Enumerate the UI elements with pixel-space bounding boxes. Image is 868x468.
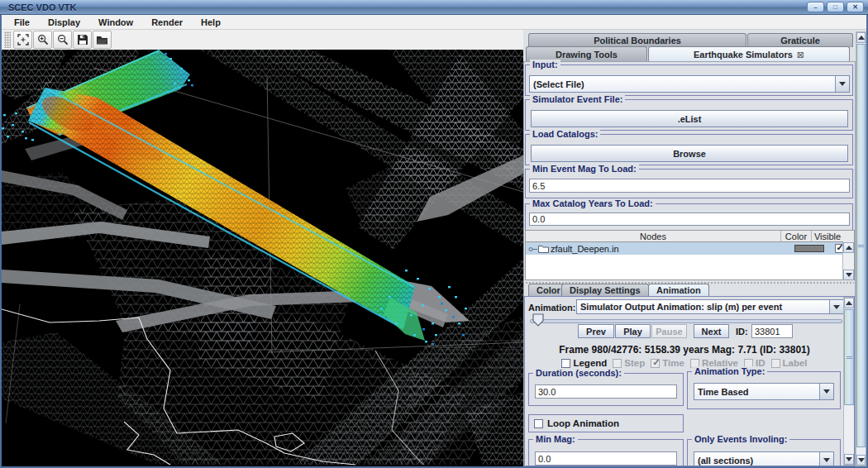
zoom-in-button[interactable]: [33, 31, 52, 49]
animation-type-select[interactable]: Simulator Output Animation: slip (m) per…: [576, 299, 844, 314]
step-checkbox[interactable]: [613, 359, 622, 368]
chevron-down-icon[interactable]: [819, 452, 833, 466]
table-row[interactable]: zfault_Deepen.in: [526, 242, 854, 255]
tab-label: Political Boundaries: [594, 36, 681, 45]
chevron-down-icon[interactable]: [829, 300, 843, 313]
pause-button[interactable]: Pause: [651, 324, 687, 338]
menu-display[interactable]: Display: [39, 15, 89, 29]
node-color-cell[interactable]: [794, 245, 824, 252]
min-mag-group: Min Mag: 0.0: [528, 439, 684, 466]
scroll-down-icon[interactable]: [843, 270, 854, 280]
node-name: zfault_Deepen.in: [551, 244, 794, 254]
tab-display-settings[interactable]: Display Settings: [561, 284, 649, 296]
window-title: SCEC VDO VTK: [8, 2, 77, 12]
input-group-title: Input:: [530, 60, 560, 70]
timeline-slider-handle[interactable]: [532, 313, 544, 330]
scroll-up-icon[interactable]: [856, 32, 866, 43]
tab-earthquake-simulators[interactable]: Earthquake Simulators ⊠: [648, 46, 850, 62]
duration-group-title: Duration (seconds):: [533, 368, 624, 379]
label-checkbox-item[interactable]: Label: [771, 358, 808, 368]
max-catalog-years-field[interactable]: 0.0: [529, 213, 850, 226]
panel-scrollbar[interactable]: [856, 31, 866, 466]
max-catalog-years-group: Max Catalog Years To Load: 0.0: [525, 203, 853, 232]
menu-window[interactable]: Window: [89, 15, 142, 29]
prev-button[interactable]: Prev: [578, 324, 614, 338]
scroll-up-icon[interactable]: [844, 298, 854, 308]
tab-label: Earthquake Simulators: [694, 50, 793, 60]
only-events-group: Only Events Involing: (all sections): [687, 439, 841, 466]
elist-button[interactable]: .eList: [531, 110, 848, 127]
only-events-value: (all sections): [694, 452, 819, 466]
toolbar: [2, 30, 523, 50]
menu-help[interactable]: Help: [192, 15, 230, 29]
save-button[interactable]: [73, 31, 92, 49]
scroll-down-icon[interactable]: [844, 454, 854, 465]
column-header-visible[interactable]: Visible: [812, 231, 843, 242]
scroll-up-icon[interactable]: [843, 242, 854, 253]
column-header-color[interactable]: Color: [781, 231, 812, 242]
next-button[interactable]: Next: [694, 324, 729, 338]
open-folder-button[interactable]: [93, 31, 112, 49]
browse-button[interactable]: Browse: [531, 145, 848, 162]
reset-view-button[interactable]: [13, 31, 32, 49]
animation-type-combo[interactable]: Time Based: [694, 383, 834, 400]
3d-viewport[interactable]: [2, 50, 523, 466]
loop-animation-box[interactable]: Loop Animation: [528, 414, 684, 432]
event-file-group: Simulator Event File: .eList: [525, 99, 853, 131]
checkbox-label: Legend: [573, 358, 607, 368]
max-catalog-years-title: Max Catalog Years To Load:: [530, 198, 656, 209]
scroll-down-icon[interactable]: [856, 455, 866, 466]
menu-file[interactable]: File: [5, 15, 39, 29]
animation-panel: Animation: Simulator Output Animation: s…: [524, 296, 855, 466]
maximize-button[interactable]: □: [827, 2, 844, 12]
loop-animation-checkbox[interactable]: [534, 419, 543, 428]
title-bar[interactable]: SCEC VDO VTK – □ ✕: [0, 0, 868, 15]
tab-label: Drawing Tools: [556, 50, 618, 60]
checkbox-label: Time: [662, 358, 684, 368]
color-swatch[interactable]: [794, 245, 824, 252]
min-mag-group-title: Min Mag:: [533, 434, 578, 445]
minimize-button[interactable]: –: [807, 2, 824, 12]
input-file-select[interactable]: (Select File): [529, 75, 850, 93]
legend-checkbox-item[interactable]: Legend: [561, 358, 607, 368]
animation-type-group: Animation Type: Time Based: [687, 371, 841, 409]
step-checkbox-item[interactable]: Step: [613, 358, 645, 368]
chevron-down-icon[interactable]: [819, 384, 833, 399]
tree-expander-icon[interactable]: [528, 241, 538, 256]
frame-status-text: Frame 980/42776: 5158.39 years Mag: 7.71…: [525, 344, 844, 356]
tab-animation[interactable]: Animation: [648, 284, 709, 296]
min-event-mag-field[interactable]: 6.5: [529, 179, 850, 193]
scrollbar-thumb[interactable]: [856, 44, 866, 447]
chevron-down-icon[interactable]: [835, 76, 849, 92]
menu-render[interactable]: Render: [142, 15, 192, 29]
play-button[interactable]: Play: [615, 324, 651, 338]
input-group: Input: (Select File): [525, 64, 853, 96]
duration-field[interactable]: 30.0: [535, 384, 677, 399]
animation-label: Animation:: [528, 303, 575, 313]
nodes-table: Nodes Color Visible zfault_Deepen.in: [525, 230, 855, 280]
timeline-slider-track[interactable]: [530, 319, 842, 323]
scrollbar-thumb[interactable]: [844, 309, 854, 405]
animation-panel-scrollbar[interactable]: [843, 297, 855, 466]
zoom-out-button[interactable]: [53, 31, 72, 49]
nodes-table-scrollbar[interactable]: [842, 242, 854, 280]
close-button[interactable]: ✕: [847, 2, 864, 12]
only-events-combo[interactable]: (all sections): [694, 451, 834, 466]
time-checkbox[interactable]: [651, 359, 660, 368]
column-header-nodes[interactable]: Nodes: [526, 231, 781, 242]
duration-group: Duration (seconds): 30.0: [528, 373, 684, 406]
animation-combo-value: Simulator Output Animation: slip (m) per…: [577, 300, 829, 313]
toolbar-grip[interactable]: [4, 31, 11, 48]
checkbox-label: Step: [624, 358, 645, 368]
tab-close-icon[interactable]: ⊠: [797, 50, 804, 60]
tab-graticule[interactable]: Graticule: [747, 33, 853, 47]
min-mag-field[interactable]: 0.0: [535, 451, 677, 466]
legend-checkbox[interactable]: [561, 359, 570, 368]
load-catalogs-group: Load Catalogs: Browse: [525, 134, 853, 165]
control-panel: Political Boundaries Graticule Drawing T…: [523, 30, 866, 466]
id-field[interactable]: 33801: [751, 324, 793, 338]
tab-political-boundaries[interactable]: Political Boundaries: [528, 33, 746, 47]
time-checkbox-item[interactable]: Time: [651, 358, 684, 368]
event-file-group-title: Simulator Event File:: [530, 94, 625, 105]
label-checkbox[interactable]: [771, 359, 780, 368]
